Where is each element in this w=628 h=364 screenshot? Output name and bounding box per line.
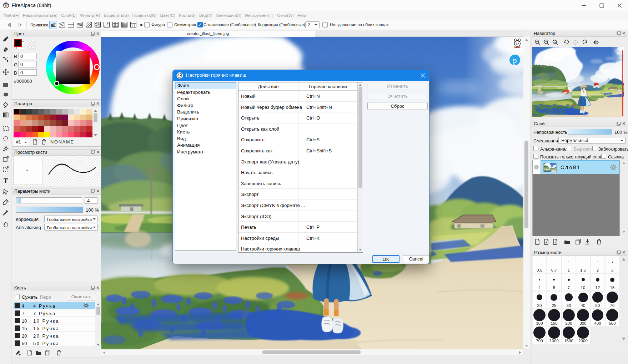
svg-text:1: 1 xyxy=(554,241,556,244)
svg-text:T: T xyxy=(4,178,8,184)
svg-text:p: p xyxy=(513,56,517,65)
svg-text:8: 8 xyxy=(546,241,547,244)
